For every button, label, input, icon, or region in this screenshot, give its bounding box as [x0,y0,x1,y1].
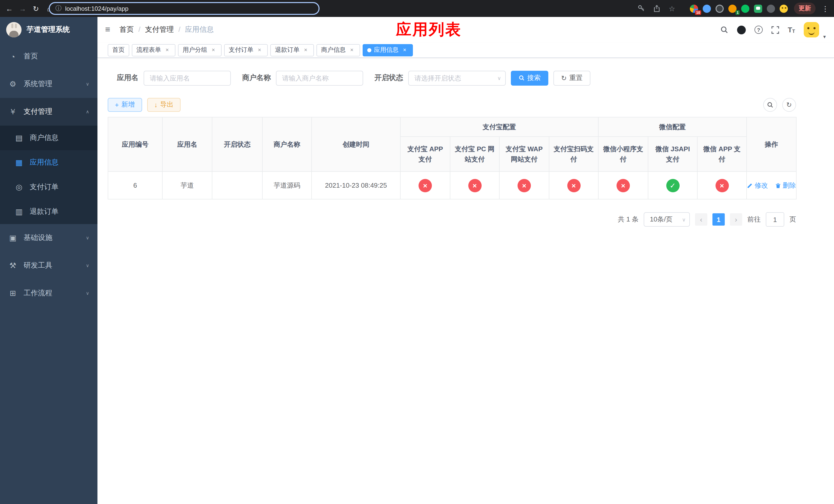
page-title: 应用列表 [396,19,462,40]
status-select-input[interactable] [408,70,506,85]
reload-icon[interactable]: ↻ [30,2,42,15]
sidebar-item-payment[interactable]: ￥ 支付管理 ∧ [0,98,97,125]
close-icon[interactable]: × [348,46,355,53]
search-icon[interactable] [720,26,728,34]
close-icon[interactable]: × [163,46,171,53]
chevron-down-icon: ∨ [497,75,501,81]
app-name-input[interactable] [144,70,231,85]
status-label: 开启状态 [374,73,403,83]
prev-page-button[interactable]: ‹ [695,213,707,226]
sidebar-item-label: 系统管理 [24,79,52,89]
add-button[interactable]: + 新增 [108,98,142,112]
close-icon[interactable]: × [210,46,217,53]
tab-label: 支付订单 [229,46,254,54]
app-title: 芋道管理系统 [27,25,70,35]
app-table: 应用编号 应用名 开启状态 商户名称 创建时间 支付宝配置 微信配置 操作 支付… [108,117,796,200]
close-icon[interactable]: × [401,46,408,53]
extension-icon-2[interactable] [703,4,711,13]
sidebar-item-dev-tools[interactable]: ⚒ 研发工具 ∨ [0,252,97,279]
infra-icon: ▣ [8,233,18,243]
reset-button[interactable]: ↻ 重置 [553,70,590,85]
chevron-down-icon: ∨ [86,291,89,296]
col-app-id: 应用编号 [108,117,162,171]
merchant-name-input[interactable] [276,70,363,85]
app-name-label: 应用名 [117,73,138,83]
chevron-up-icon: ∧ [86,109,89,114]
extension-icon-3[interactable] [716,4,724,13]
extension-icon-4[interactable]: 1 [728,4,737,13]
tab-label: 用户分组 [182,46,207,54]
tab-app-info[interactable]: 应用信息 × [363,44,413,56]
back-icon[interactable]: ← [3,2,15,15]
extension-icon-8[interactable] [780,4,788,13]
export-button[interactable]: ↓ 导出 [147,98,180,112]
tab-flow-form[interactable]: 流程表单 × [132,44,175,56]
alipay-pc-status-icon: × [468,179,481,192]
tab-pay-orders[interactable]: 支付订单 × [224,44,268,56]
col-wx-jsapi: 微信 JSAPI 支付 [648,137,697,171]
search-button[interactable]: 搜索 [511,70,548,85]
sidebar-item-system[interactable]: ⚙ 系统管理 ∨ [0,70,97,98]
tab-home[interactable]: 首页 [108,44,129,56]
cell-merchant: 芋道源码 [262,171,312,199]
alipay-qr-status-icon: × [567,179,580,192]
page-size-select[interactable]: ∨ [644,212,690,227]
browser-menu-icon[interactable]: ⋮ [822,4,829,13]
edit-link[interactable]: 修改 [747,181,768,190]
col-group-alipay: 支付宝配置 [400,117,598,137]
bookmark-star-icon[interactable]: ☆ [667,4,677,13]
tab-label: 流程表单 [136,46,161,54]
share-icon[interactable] [652,4,661,13]
page-1-button[interactable]: 1 [712,213,725,226]
goto-page-input[interactable] [766,212,784,227]
sidebar-item-app-info[interactable]: ▦ 应用信息 [0,150,97,175]
pagination: 共 1 条 ∨ ‹ 1 › 前往 页 [618,212,796,227]
address-bar[interactable]: ⓘ localhost:1024/pay/app [49,2,320,15]
tab-label: 商户信息 [321,46,346,54]
chevron-down-icon: ∨ [86,235,89,240]
tab-user-group[interactable]: 用户分组 × [178,44,222,56]
close-icon[interactable]: × [302,46,309,53]
tab-refund-orders[interactable]: 退款订单 × [270,44,314,56]
chrome-update-button[interactable]: 更新 [794,3,815,14]
breadcrumb-home[interactable]: 首页 [119,25,145,35]
sidebar-item-infrastructure[interactable]: ▣ 基础设施 ∨ [0,224,97,252]
extension-icon-6[interactable] [754,4,762,13]
password-key-icon[interactable] [637,4,646,13]
merchant-name-label: 商户名称 [242,73,271,83]
sidebar-item-refund-orders[interactable]: ▥ 退款订单 [0,200,97,224]
github-icon[interactable] [737,25,746,34]
extension-icon-7[interactable] [767,4,775,13]
card-icon: ▤ [14,133,24,142]
status-select[interactable]: ∨ [408,70,506,85]
extension-icon-5[interactable] [741,4,749,13]
sidebar: 芋道管理系统 ◔ 首页 ⚙ 系统管理 ∨ ￥ 支付管理 ∧ ▤ 商户信息 ▦ 应… [0,17,97,504]
fullscreen-icon[interactable] [771,26,779,33]
next-page-button[interactable]: › [730,213,742,226]
col-status: 开启状态 [212,117,262,171]
refresh-table-button[interactable]: ↻ [782,98,796,112]
forward-icon[interactable]: → [16,2,29,15]
grid-icon: ▦ [14,158,24,167]
help-icon[interactable] [754,26,763,34]
search-button-label: 搜索 [527,73,541,83]
site-info-icon[interactable]: ⓘ [56,4,62,13]
total-count: 共 1 条 [618,215,639,224]
breadcrumb-section[interactable]: 支付管理 [145,25,185,35]
font-size-icon[interactable]: TT [788,26,795,34]
collapse-menu-icon[interactable]: ≡ [105,25,110,35]
tab-merchant-info[interactable]: 商户信息 × [316,44,360,56]
extension-icon-1[interactable]: 10 [690,4,698,13]
sidebar-item-home[interactable]: ◔ 首页 [0,43,97,70]
sidebar-item-label: 工作流程 [24,289,52,298]
delete-link[interactable]: 删除 [775,181,796,190]
col-app-name: 应用名 [162,117,212,171]
close-icon[interactable]: × [256,46,263,53]
sidebar-item-merchant-info[interactable]: ▤ 商户信息 [0,125,97,150]
export-button-label: 导出 [160,100,173,109]
toggle-search-button[interactable] [763,98,777,112]
avatar[interactable] [804,22,819,38]
sidebar-item-pay-orders[interactable]: ◎ 支付订单 [0,175,97,200]
sidebar-item-workflow[interactable]: ⊞ 工作流程 ∨ [0,279,97,307]
main-header: ≡ 首页 支付管理 应用信息 应用列表 TT ▾ [97,17,834,43]
